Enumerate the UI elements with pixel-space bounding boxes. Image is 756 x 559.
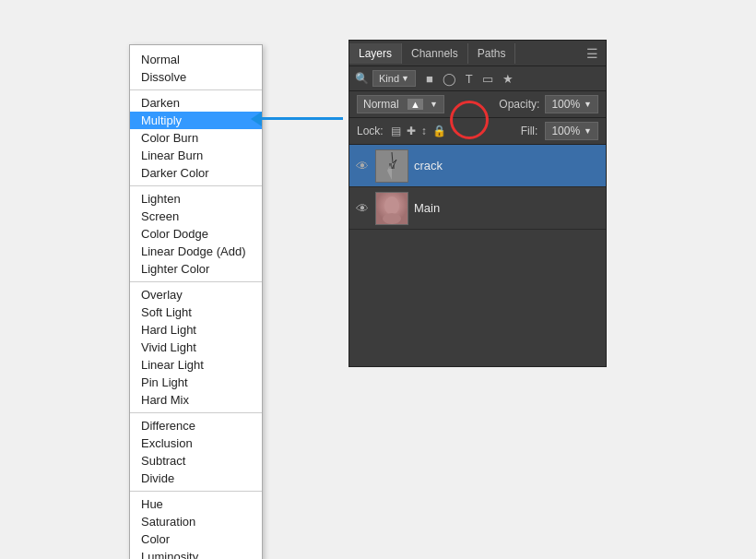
blend-item-color[interactable]: Color — [130, 530, 262, 548]
svg-point-8 — [383, 213, 401, 224]
blend-item-overlay[interactable]: Overlay — [130, 286, 262, 303]
kind-chevron-icon: ▼ — [401, 74, 409, 83]
layer-row-crack[interactable]: 👁 crack — [349, 145, 606, 187]
arrow-line — [260, 117, 343, 120]
blend-mode-dropdown[interactable]: Normal ▲ ▼ — [357, 95, 444, 113]
lock-all-icon[interactable]: 🔒 — [432, 125, 446, 137]
type-filter-icon[interactable]: T — [463, 71, 476, 87]
layer-name-main: Main — [414, 201, 440, 215]
blend-item-luminosity[interactable]: Luminosity — [130, 548, 262, 559]
blend-item-lighten[interactable]: Lighten — [130, 190, 262, 208]
lock-move-icon[interactable]: ↕ — [421, 125, 427, 137]
blend-item-lighter-color[interactable]: Lighter Color — [130, 260, 262, 278]
blend-item-exclusion[interactable]: Exclusion — [130, 434, 262, 452]
opacity-input[interactable]: 100% ▼ — [545, 95, 598, 113]
layers-search-row: 🔍 Kind ▼ ■ ◯ T ▭ ★ — [349, 66, 606, 91]
fill-input[interactable]: 100% ▼ — [545, 122, 598, 140]
blend-group-normal-group: NormalDissolve — [130, 49, 262, 88]
fill-chevron-icon: ▼ — [584, 126, 592, 136]
layers-tab-bar: Layers Channels Paths ☰ — [349, 41, 606, 66]
blend-item-multiply[interactable]: Multiply — [130, 112, 262, 129]
layer-visibility-icon-crack[interactable]: 👁 — [355, 159, 370, 173]
opacity-value-text: 100% — [551, 98, 580, 111]
crack-thumb-inner — [376, 150, 408, 182]
blend-item-darker-color[interactable]: Darker Color — [130, 164, 262, 182]
blend-mode-menu[interactable]: NormalDissolveDarkenMultiplyColor BurnLi… — [129, 44, 263, 559]
blend-item-hard-mix[interactable]: Hard Mix — [130, 391, 262, 409]
blend-item-normal[interactable]: Normal — [130, 51, 262, 68]
blend-item-dissolve[interactable]: Dissolve — [130, 68, 262, 86]
fill-label: Fill: — [521, 125, 538, 137]
blend-item-vivid-light[interactable]: Vivid Light — [130, 339, 262, 356]
tab-layers[interactable]: Layers — [349, 43, 402, 64]
layer-row-main[interactable]: 👁 Main — [349, 187, 606, 230]
layer-name-crack: crack — [414, 159, 443, 172]
blend-group-lighten-group: LightenScreenColor DodgeLinear Dodge (Ad… — [130, 185, 262, 280]
blend-mode-up-arrow-button[interactable]: ▲ — [408, 99, 423, 110]
arrow-annotation — [260, 109, 361, 127]
blend-group-darken-group: DarkenMultiplyColor BurnLinear BurnDarke… — [130, 89, 262, 184]
blend-opacity-row: Normal ▲ ▼ Opacity: 100% ▼ — [349, 91, 606, 118]
blend-item-subtract[interactable]: Subtract — [130, 452, 262, 470]
blend-group-hue-group: HueSaturationColorLuminosity — [130, 491, 262, 559]
layers-panel-menu-icon[interactable]: ☰ — [579, 42, 606, 65]
opacity-label: Opacity: — [499, 98, 539, 111]
blend-item-divide[interactable]: Divide — [130, 470, 262, 487]
blend-item-linear-dodge[interactable]: Linear Dodge (Add) — [130, 243, 262, 260]
fill-value-text: 100% — [551, 125, 580, 137]
blend-item-hue[interactable]: Hue — [130, 495, 262, 513]
search-icon: 🔍 — [355, 72, 369, 85]
lock-icons-group: ▤ ✚ ↕ 🔒 — [391, 125, 446, 137]
blend-item-linear-burn[interactable]: Linear Burn — [130, 147, 262, 164]
blend-item-color-burn[interactable]: Color Burn — [130, 129, 262, 147]
tab-channels[interactable]: Channels — [402, 43, 468, 64]
opacity-chevron-icon: ▼ — [584, 100, 592, 109]
blend-item-screen[interactable]: Screen — [130, 208, 262, 225]
blend-group-overlay-group: OverlaySoft LightHard LightVivid LightLi… — [130, 281, 262, 410]
layer-thumbnail-main — [375, 192, 408, 225]
lock-fill-row: Lock: ▤ ✚ ↕ 🔒 Fill: 100% ▼ — [349, 118, 606, 145]
blend-item-saturation[interactable]: Saturation — [130, 513, 262, 530]
layer-filter-icons: ■ ◯ T ▭ ★ — [423, 71, 516, 87]
blend-item-pin-light[interactable]: Pin Light — [130, 374, 262, 391]
svg-point-7 — [384, 196, 399, 215]
blend-item-darken[interactable]: Darken — [130, 94, 262, 112]
blend-item-soft-light[interactable]: Soft Light — [130, 303, 262, 321]
main-thumb-inner — [376, 193, 408, 224]
blend-item-hard-light[interactable]: Hard Light — [130, 321, 262, 339]
blend-mode-chevron-icon: ▼ — [430, 100, 438, 109]
kind-label: Kind — [379, 73, 399, 84]
blend-item-linear-light[interactable]: Linear Light — [130, 356, 262, 374]
adjustment-filter-icon[interactable]: ◯ — [440, 71, 459, 87]
layers-panel: Layers Channels Paths ☰ 🔍 Kind ▼ ■ ◯ T ▭… — [348, 40, 607, 367]
lock-pixels-icon[interactable]: ▤ — [391, 125, 401, 137]
lock-label: Lock: — [357, 125, 384, 137]
kind-dropdown[interactable]: Kind ▼ — [372, 70, 416, 87]
blend-mode-value: Normal — [363, 98, 399, 111]
layer-thumbnail-crack — [375, 149, 408, 183]
blend-group-difference-group: DifferenceExclusionSubtractDivide — [130, 412, 262, 489]
pixel-filter-icon[interactable]: ■ — [423, 71, 436, 87]
smart-filter-icon[interactable]: ★ — [500, 71, 516, 87]
blend-item-difference[interactable]: Difference — [130, 417, 262, 434]
blend-item-color-dodge[interactable]: Color Dodge — [130, 225, 262, 243]
tab-paths[interactable]: Paths — [468, 43, 516, 64]
lock-position-icon[interactable]: ✚ — [407, 125, 416, 137]
layer-visibility-icon-main[interactable]: 👁 — [355, 201, 370, 216]
shape-filter-icon[interactable]: ▭ — [479, 71, 496, 87]
